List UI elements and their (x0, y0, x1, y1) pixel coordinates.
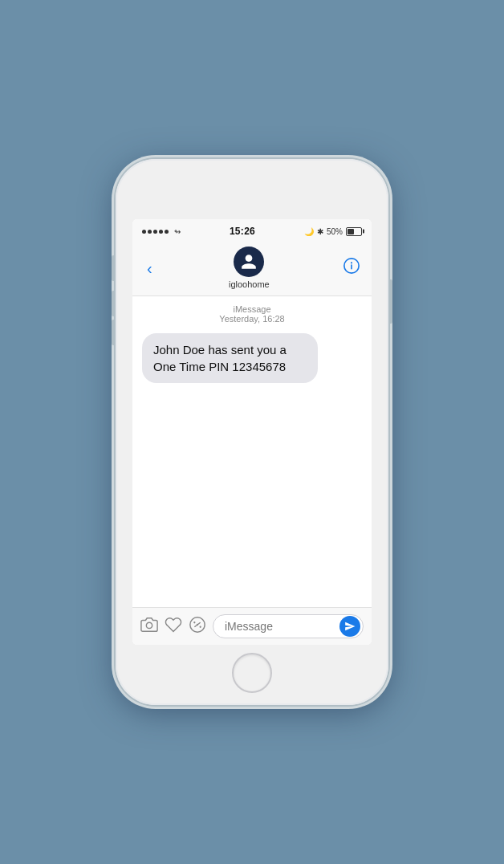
battery-fill (348, 229, 354, 234)
nav-center: igloohome (229, 247, 270, 289)
battery-icon (346, 227, 362, 236)
bluetooth-icon: ✱ (317, 227, 323, 236)
home-button-area (232, 653, 272, 693)
status-right: 🌙 ✱ 50% (304, 227, 362, 236)
avatar (234, 247, 264, 277)
camera-button[interactable] (140, 616, 158, 638)
status-time: 15:26 (230, 226, 255, 237)
back-button[interactable]: ‹ (144, 259, 156, 278)
moon-icon: 🌙 (304, 227, 314, 236)
digital-touch-button[interactable] (165, 616, 182, 638)
home-button[interactable] (232, 653, 272, 693)
status-left: ↬ (142, 227, 181, 236)
send-button[interactable] (339, 616, 360, 637)
message-service: iMessage (142, 304, 362, 314)
signal-icon (142, 230, 169, 234)
wifi-icon: ↬ (174, 227, 181, 236)
phone-screen: ↬ 15:26 🌙 ✱ 50% ‹ igloohome (132, 219, 372, 645)
message-time: Yesterday, 16:28 (142, 314, 362, 324)
info-button[interactable] (343, 257, 360, 279)
message-area: iMessage Yesterday, 16:28 John Doe has s… (132, 296, 372, 607)
appstore-button[interactable] (189, 616, 206, 638)
nav-bar: ‹ igloohome (132, 242, 372, 296)
battery-percent: 50% (327, 227, 343, 236)
svg-point-3 (146, 622, 152, 628)
status-bar: ↬ 15:26 🌙 ✱ 50% (132, 219, 372, 242)
contact-name: igloohome (229, 279, 270, 289)
phone-frame: ↬ 15:26 🌙 ✱ 50% ‹ igloohome (116, 159, 388, 705)
message-bubble: John Doe has sent you a One Time PIN 123… (142, 333, 318, 383)
input-area (132, 607, 372, 645)
message-input-wrap (213, 614, 364, 638)
message-meta: iMessage Yesterday, 16:28 (142, 304, 362, 324)
